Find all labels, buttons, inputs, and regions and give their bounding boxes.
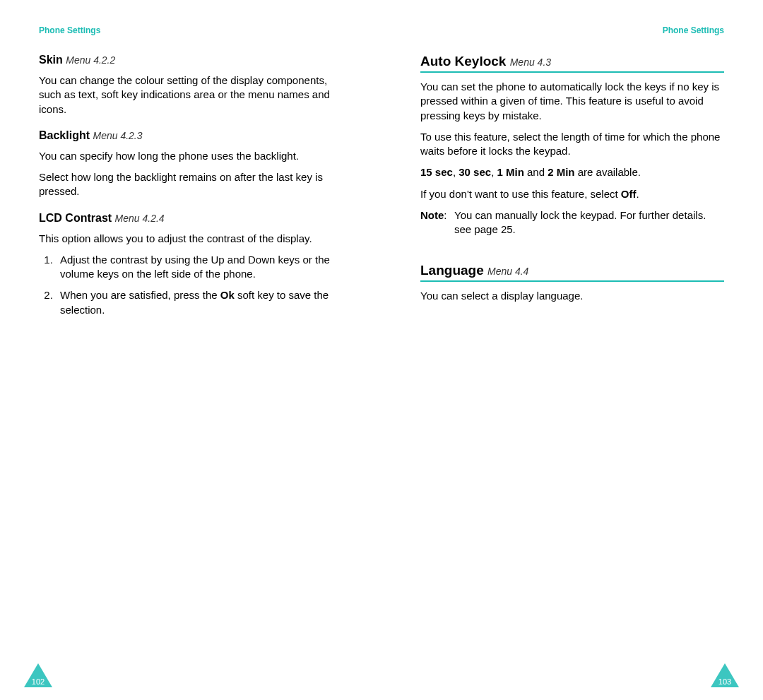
opt-f: and (524, 166, 548, 178)
opt-a: 15 sec (420, 166, 453, 178)
autokeylock-options: 15 sec, 30 sec, 1 Min and 2 Min are avai… (420, 165, 724, 179)
lcd-body: This option allows you to adjust the con… (39, 232, 343, 246)
backlight-title: Backlight (39, 129, 90, 141)
right-page: Phone Settings Auto Keylock Menu 4.3 You… (382, 0, 763, 700)
page-header-right: Phone Settings (420, 25, 724, 35)
off-c: . (637, 188, 639, 200)
lcd-title: LCD Contrast (39, 212, 112, 224)
autokeylock-menu-ref: Menu 4.3 (510, 57, 551, 68)
language-menu-ref: Menu 4.4 (487, 266, 528, 277)
opt-e: 1 Min (497, 166, 524, 178)
lcd-menu-ref: Menu 4.2.4 (115, 213, 165, 224)
backlight-menu-ref: Menu 4.2.3 (93, 130, 142, 141)
lcd-step-1: Adjust the contrast by using the Up and … (56, 253, 343, 282)
backlight-heading: Backlight Menu 4.2.3 (39, 129, 343, 142)
backlight-body-1: You can specify how long the phone uses … (39, 149, 343, 163)
page-header-left: Phone Settings (39, 25, 343, 35)
skin-heading: Skin Menu 4.2.2 (39, 54, 343, 66)
autokeylock-title: Auto Keylock (420, 54, 506, 69)
autokeylock-note: Note: You can manually lock the keypad. … (420, 208, 724, 237)
lcd-heading: LCD Contrast Menu 4.2.4 (39, 212, 343, 225)
page-number-right: 103 (711, 677, 739, 686)
autokeylock-body-2: To use this feature, select the length o… (420, 130, 724, 159)
lcd-step-2: When you are satisfied, press the Ok sof… (56, 288, 343, 317)
opt-b: , (453, 166, 459, 178)
autokeylock-heading: Auto Keylock Menu 4.3 (420, 54, 724, 73)
off-a: If you don't want to use this feature, s… (420, 188, 621, 200)
lcd-step-2a: When you are satisfied, press the (60, 289, 220, 301)
autokeylock-off: If you don't want to use this feature, s… (420, 187, 724, 201)
opt-g: 2 Min (548, 166, 574, 178)
autokeylock-body-1: You can set the phone to automatically l… (420, 80, 724, 123)
left-page: Phone Settings Skin Menu 4.2.2 You can c… (0, 0, 382, 700)
skin-body: You can change the colour setting of the… (39, 73, 343, 117)
opt-c: 30 sec (459, 166, 491, 178)
language-heading: Language Menu 4.4 (420, 263, 724, 282)
language-title: Language (420, 263, 484, 278)
skin-title: Skin (39, 54, 63, 66)
lcd-step-2b: Ok (220, 289, 235, 301)
page-spread: Phone Settings Skin Menu 4.2.2 You can c… (0, 0, 763, 700)
note-body: You can manually lock the keypad. For fu… (420, 208, 724, 237)
language-body: You can select a display language. (420, 289, 724, 303)
page-number-left: 102 (24, 677, 52, 686)
skin-menu-ref: Menu 4.2.2 (66, 54, 115, 66)
off-b: Off (621, 188, 637, 200)
backlight-body-2: Select how long the backlight remains on… (39, 170, 343, 199)
note-label: Note (420, 209, 444, 221)
note-sep: : (444, 209, 446, 221)
opt-h: are available. (575, 166, 641, 178)
lcd-steps: Adjust the contrast by using the Up and … (39, 253, 343, 317)
